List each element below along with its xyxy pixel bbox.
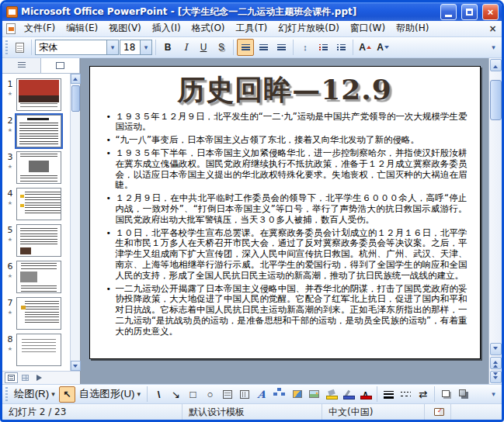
- menu-slideshow[interactable]: 幻灯片放映(D): [273, 21, 345, 36]
- slide-thumbnail[interactable]: [16, 151, 61, 184]
- increase-font-size-button[interactable]: A: [356, 39, 374, 56]
- autoshapes-button[interactable]: 自选图形(U) ▾: [76, 386, 144, 403]
- align-left-button[interactable]: [237, 39, 254, 56]
- diagram-button[interactable]: [270, 386, 288, 403]
- animation-indicator-icon[interactable]: ★: [8, 164, 12, 170]
- animation-indicator-icon[interactable]: ★: [8, 200, 12, 206]
- menu-window[interactable]: 窗口(W): [345, 21, 391, 36]
- close-button[interactable]: ×: [482, 4, 499, 20]
- scroll-up-button[interactable]: [490, 59, 502, 71]
- clipart-button[interactable]: [289, 386, 305, 403]
- insert-picture-button[interactable]: [306, 386, 322, 403]
- slide-number: 5: [8, 225, 13, 235]
- previous-slide-button[interactable]: [490, 357, 502, 369]
- align-center-button[interactable]: [255, 39, 272, 56]
- shadow-style-button[interactable]: [438, 386, 454, 403]
- language-indicator[interactable]: 中文(中国): [322, 404, 425, 420]
- line-tool-button[interactable]: \: [151, 386, 167, 403]
- textbox-tool-button[interactable]: [219, 386, 235, 403]
- animation-indicator-icon[interactable]: ★: [8, 91, 12, 97]
- spelling-status[interactable]: ✓: [425, 404, 451, 420]
- slide-body-textbox[interactable]: •１９３５年１２月９日，北平发生的“一二·九”运动是中国共产党领导的一次大规模学…: [106, 112, 468, 337]
- toolbar-grip[interactable]: [5, 40, 8, 55]
- animation-indicator-icon[interactable]: ★: [8, 273, 12, 279]
- new-slide-button[interactable]: [11, 39, 28, 56]
- document-close-button[interactable]: ×: [486, 23, 499, 35]
- chevron-down-icon[interactable]: ▾: [140, 40, 151, 54]
- align-right-button[interactable]: [273, 39, 290, 56]
- menu-view[interactable]: 视图(V): [103, 21, 147, 36]
- menu-file[interactable]: 文件(F): [19, 21, 61, 36]
- panel-scroll-thumb[interactable]: [71, 85, 80, 112]
- toolbar-grip[interactable]: [5, 387, 8, 402]
- select-objects-button[interactable]: ↖: [59, 386, 75, 403]
- slide-editor-area[interactable]: 历史回眸—12.9 •１９３５年１２月９日，北平发生的“一二·九”运动是中国共产…: [81, 58, 488, 384]
- thumbnail-row: 8★: [4, 334, 68, 366]
- arrow-tool-button[interactable]: ↘: [168, 386, 184, 403]
- panel-scrollbar[interactable]: [70, 74, 80, 371]
- oval-tool-button[interactable]: ○: [202, 386, 218, 403]
- slide-thumbnail-selected[interactable]: [16, 115, 61, 147]
- italic-button[interactable]: I: [177, 39, 194, 56]
- slide-thumbnail[interactable]: [16, 334, 61, 366]
- menu-help[interactable]: 帮助(H): [391, 21, 434, 36]
- line-spacing-button[interactable]: ↕: [297, 39, 314, 56]
- 3d-style-button[interactable]: [455, 386, 471, 403]
- animation-indicator-icon[interactable]: ★: [8, 346, 12, 352]
- scroll-thumb[interactable]: [490, 80, 502, 120]
- menu-insert[interactable]: 插入(I): [147, 21, 186, 36]
- rectangle-tool-button[interactable]: □: [185, 386, 201, 403]
- bullets-button[interactable]: [332, 39, 349, 56]
- toolbar-options-button[interactable]: ▾: [488, 386, 499, 403]
- arrow-style-button[interactable]: ⇄: [415, 386, 431, 403]
- tab-outline[interactable]: [2, 58, 41, 73]
- slide-sorter-view-button[interactable]: [19, 372, 32, 383]
- main-scrollbar[interactable]: [488, 58, 502, 384]
- panel-scroll-up-button[interactable]: [71, 74, 81, 84]
- slide-thumbnail[interactable]: [16, 188, 61, 220]
- toolbar-options-button[interactable]: ▾: [488, 39, 499, 56]
- bullet-item: •“九一八”事变后，日本帝国主义占领了东北，接着又向华北发动了新的侵略。: [106, 135, 468, 146]
- menu-edit[interactable]: 编辑(E): [61, 21, 103, 36]
- slide-thumbnail[interactable]: [16, 224, 61, 257]
- arrow-icon: ↘: [172, 389, 180, 400]
- panel-scroll-down-button[interactable]: [71, 361, 81, 371]
- font-name-combobox[interactable]: 宋体 ▾: [35, 40, 119, 55]
- animation-indicator-icon[interactable]: ★: [8, 310, 12, 316]
- scroll-track[interactable]: [490, 72, 502, 342]
- fill-color-button[interactable]: [323, 386, 339, 403]
- slide-thumbnail[interactable]: [16, 297, 61, 330]
- menu-format[interactable]: 格式(O): [186, 21, 231, 36]
- wordart-button[interactable]: A: [253, 386, 269, 403]
- line-color-button[interactable]: [340, 386, 356, 403]
- vertical-textbox-button[interactable]: [236, 386, 252, 403]
- text-shadow-button[interactable]: S: [213, 39, 230, 56]
- minimize-button[interactable]: [440, 4, 457, 20]
- tab-slides[interactable]: [41, 58, 80, 73]
- slideshow-view-button[interactable]: [33, 372, 46, 383]
- dash-style-button[interactable]: [398, 386, 414, 403]
- letter-a: A: [363, 391, 368, 400]
- normal-view-button[interactable]: [5, 372, 18, 383]
- draw-menu-button[interactable]: 绘图(R) ▾: [11, 386, 58, 403]
- animation-indicator-icon[interactable]: ★: [8, 237, 12, 243]
- numbering-button[interactable]: [315, 39, 332, 56]
- line-style-button[interactable]: [381, 386, 397, 403]
- font-color-button[interactable]: A: [357, 386, 374, 403]
- slide-title[interactable]: 历史回眸—12.9: [90, 74, 480, 106]
- animation-indicator-icon[interactable]: ★: [8, 127, 12, 133]
- next-slide-button[interactable]: [490, 371, 502, 383]
- decrease-font-size-button[interactable]: A: [374, 39, 391, 56]
- slide-thumbnail[interactable]: [16, 261, 61, 293]
- underline-button[interactable]: U: [195, 39, 212, 56]
- scroll-down-button[interactable]: [490, 343, 502, 355]
- slide-thumbnail[interactable]: [16, 78, 61, 111]
- panel-tabs: [2, 58, 80, 74]
- slide-canvas[interactable]: 历史回眸—12.9 •１９３５年１２月９日，北平发生的“一二·九”运动是中国共产…: [89, 66, 481, 359]
- design-template[interactable]: 默认设计模板: [182, 404, 322, 420]
- menu-tools[interactable]: 工具(T): [231, 21, 273, 36]
- bold-button[interactable]: B: [159, 39, 176, 56]
- font-size-combobox[interactable]: 18 ▾: [120, 40, 152, 55]
- maximize-button[interactable]: [461, 4, 478, 20]
- chevron-down-icon[interactable]: ▾: [106, 40, 118, 54]
